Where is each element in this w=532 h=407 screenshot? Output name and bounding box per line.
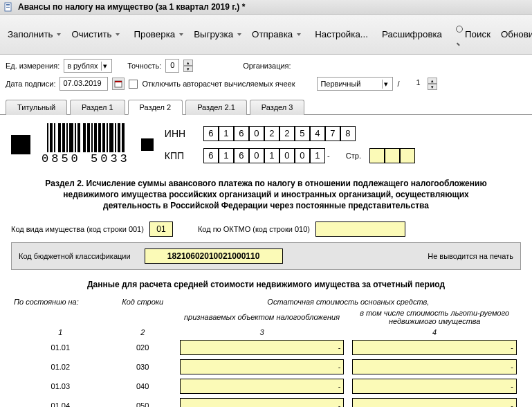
inn-digit: 6 <box>203 126 219 141</box>
unit-value: в рублях <box>67 62 101 70</box>
kbk-label: Код бюджетной классификации <box>19 252 131 260</box>
cell-v4[interactable]: - <box>352 340 517 355</box>
kpp-label: КПП <box>165 150 195 161</box>
primary-select[interactable]: Первичный ▾ <box>317 77 393 91</box>
tab-section1[interactable]: Раздел 1 <box>70 100 125 115</box>
cell-v3[interactable]: - <box>180 379 345 394</box>
section-title: Раздел 2. Исчисление суммы авансового пл… <box>42 178 491 212</box>
cell-v4[interactable]: - <box>352 398 517 407</box>
kpp-digit: 1 <box>264 148 279 163</box>
cell-v3[interactable]: - <box>180 398 345 407</box>
str-boxes[interactable] <box>369 148 415 163</box>
form-header: Ед. измерения: в рублях ▾ Точность: 0 ▴▾… <box>0 55 532 99</box>
upload-button[interactable]: Выгрузка <box>189 26 246 42</box>
precision-label: Точность: <box>127 62 161 70</box>
precision-spinner[interactable]: ▴▾ <box>183 60 193 72</box>
oktmo-input[interactable] <box>315 221 405 237</box>
property-code-label: Код вида имущества (код строки 001) <box>11 225 144 233</box>
sign-date-input[interactable]: 07.03.2019 <box>59 77 108 91</box>
kpp-digit: 0 <box>249 148 264 163</box>
col-date-header: По состоянию на: <box>11 296 110 307</box>
inn-digit: 8 <box>340 126 356 141</box>
col-num-3: 3 <box>176 327 349 338</box>
unit-select[interactable]: в рублях ▾ <box>64 59 112 73</box>
calc-table: По состоянию на: Код строки Остаточная с… <box>11 296 521 407</box>
cell-code: 020 <box>110 338 176 357</box>
inn-digit: 2 <box>279 126 295 141</box>
inn-digit: 5 <box>295 126 310 141</box>
cell-code: 040 <box>110 377 176 396</box>
svg-rect-7 <box>115 81 122 82</box>
property-code-input[interactable]: 01 <box>149 221 173 237</box>
col-num-1: 1 <box>11 327 110 338</box>
table-row: 01.03040-- <box>11 377 521 396</box>
kpp-digit: 0 <box>279 148 295 163</box>
search-button[interactable]: Поиск <box>451 21 495 48</box>
inn-digit: 6 <box>234 126 249 141</box>
settings-button[interactable]: Настройка... <box>310 26 373 42</box>
inn-digit: 2 <box>264 126 279 141</box>
kbk-input[interactable]: 18210602010021000110 <box>145 248 283 264</box>
cell-date: 01.03 <box>11 377 110 396</box>
tab-section2-1[interactable]: Раздел 2.1 <box>185 100 247 115</box>
cell-v4[interactable]: - <box>352 359 517 374</box>
str-label: Стр. <box>346 152 361 160</box>
cell-code: 030 <box>110 357 176 377</box>
page-content: 0850 5033 ИНН 6160225478 КПП 61601001 - … <box>0 115 532 407</box>
org-label: Организация: <box>243 62 291 70</box>
inn-digit: 1 <box>219 126 234 141</box>
table-row: 01.02030-- <box>11 357 521 377</box>
page-spinner[interactable]: ▴▾ <box>428 78 437 90</box>
barcode-bars <box>47 123 125 152</box>
oktmo-label: Код по ОКТМО (код строки 010) <box>198 225 310 233</box>
col-num-2: 2 <box>110 327 176 338</box>
cell-v4[interactable]: - <box>352 379 517 394</box>
slash: / <box>397 80 399 88</box>
cell-v3[interactable]: - <box>180 359 345 374</box>
str-digit <box>385 148 400 163</box>
dash: - <box>325 148 332 163</box>
barcode: 0850 5033 <box>42 123 130 165</box>
main-toolbar: Заполнить Очистить Проверка Выгрузка Отп… <box>0 15 532 55</box>
cell-v3[interactable]: - <box>180 340 345 355</box>
tabs: Титульный Раздел 1 Раздел 2 Раздел 2.1 Р… <box>0 99 532 115</box>
kpp-digit: 0 <box>295 148 310 163</box>
fill-button[interactable]: Заполнить <box>3 26 66 42</box>
window-titlebar: Авансы по налогу на имущество (за 1 квар… <box>0 0 532 15</box>
unit-label: Ед. измерения: <box>6 62 59 70</box>
str-digit <box>400 148 415 163</box>
tab-section3[interactable]: Раздел 3 <box>250 100 305 115</box>
disable-autocalc-label: Отключить авторасчет вычисляемых ячеек <box>142 80 295 88</box>
kbk-note: Не выводится на печать <box>428 252 513 260</box>
search-label: Поиск <box>465 29 490 39</box>
primary-value: Первичный <box>320 80 382 88</box>
precision-input[interactable]: 0 <box>165 59 179 73</box>
cell-date: 01.01 <box>11 338 110 357</box>
kpp-boxes[interactable]: 61601001 - <box>203 148 332 163</box>
marker-square-small <box>141 138 154 151</box>
col-num-4: 4 <box>348 327 521 338</box>
inn-label: ИНН <box>165 128 195 139</box>
refresh-button[interactable]: Обновить <box>496 26 532 42</box>
svg-rect-3 <box>6 7 10 8</box>
tab-title[interactable]: Титульный <box>6 100 67 115</box>
send-button[interactable]: Отправка <box>247 26 306 42</box>
document-icon <box>4 2 14 12</box>
check-button[interactable]: Проверка <box>129 26 188 42</box>
calendar-icon[interactable] <box>112 78 125 90</box>
decode-button[interactable]: Расшифровка <box>377 26 447 42</box>
kpp-digit: 6 <box>203 148 219 163</box>
tab-section2[interactable]: Раздел 2 <box>128 100 183 115</box>
inn-boxes[interactable]: 6160225478 <box>203 126 356 141</box>
calc-subtitle: Данные для расчета средней стоимости нед… <box>11 280 521 289</box>
table-row: 01.04050-- <box>11 396 521 407</box>
col-code-header: Код строки <box>110 296 176 307</box>
window-title: Авансы по налогу на имущество (за 1 квар… <box>18 2 245 12</box>
search-icon <box>456 24 463 45</box>
cell-date: 01.04 <box>11 396 110 407</box>
col3-sub: признаваемых объектом налогообложения <box>176 307 349 327</box>
col-cost-header: Остаточная стоимость основных средств, <box>176 296 521 307</box>
disable-autocalc-checkbox[interactable] <box>129 80 138 89</box>
inn-digit: 0 <box>249 126 264 141</box>
clear-button[interactable]: Очистить <box>66 26 125 42</box>
